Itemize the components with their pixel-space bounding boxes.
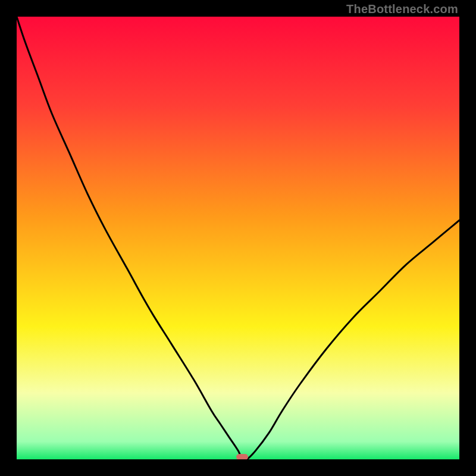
plot-area (17, 17, 459, 459)
minimum-marker (236, 454, 248, 459)
bottleneck-curve (17, 17, 459, 459)
watermark-text: TheBottleneck.com (346, 2, 458, 16)
chart-frame: TheBottleneck.com (0, 0, 476, 476)
